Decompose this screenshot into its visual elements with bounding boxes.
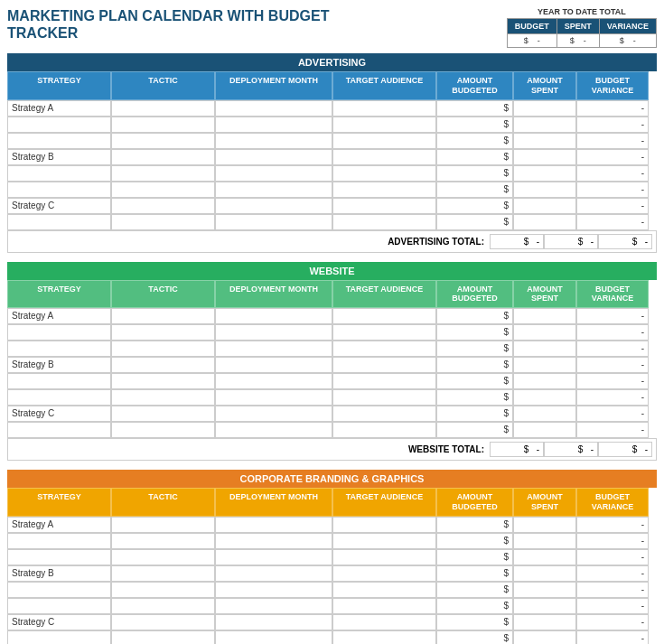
adv-b-deploy-3[interactable] <box>215 182 332 198</box>
corporate-col-headers: STRATEGY TACTIC DEPLOYMENT MONTH TARGET … <box>7 488 657 517</box>
website-total-label: WEBSITE TOTAL: <box>408 444 484 454</box>
adv-c-tactic-1[interactable] <box>111 198 215 214</box>
adv-c-deploy-1[interactable] <box>215 198 332 214</box>
ytd-label: YEAR TO DATE TOTAL <box>538 7 626 16</box>
adv-a-budgeted-3[interactable]: $ <box>436 133 513 149</box>
advertising-section: ADVERTISING STRATEGY TACTIC DEPLOYMENT M… <box>7 53 657 253</box>
table-row: Strategy C $ - <box>7 198 657 214</box>
corp-col-deployment: DEPLOYMENT MONTH <box>215 488 332 517</box>
adv-col-audience: TARGET AUDIENCE <box>332 71 436 100</box>
adv-strategy-a[interactable]: Strategy A <box>7 100 111 117</box>
table-row: $ - <box>7 133 657 149</box>
corp-strategy-b[interactable]: Strategy B <box>7 565 111 582</box>
adv-c-variance-1[interactable]: - <box>576 198 649 214</box>
adv-a-tactic-2[interactable] <box>111 117 215 133</box>
adv-b-spent-2[interactable] <box>513 165 576 182</box>
table-row: Strategy B $ - <box>7 565 657 582</box>
adv-b-audience-1[interactable] <box>332 149 436 165</box>
adv-b-deploy-2[interactable] <box>215 165 332 182</box>
adv-a-deploy-2[interactable] <box>215 117 332 133</box>
adv-a-variance-1[interactable]: - <box>576 100 649 117</box>
adv-c-spent-2[interactable] <box>513 214 576 230</box>
web-a-spent-1[interactable] <box>513 308 576 324</box>
web-strategy-b[interactable]: Strategy B <box>7 357 111 373</box>
adv-a-audience-2[interactable] <box>332 117 436 133</box>
adv-a-strategy-2[interactable] <box>7 117 111 133</box>
adv-a-deploy-1[interactable] <box>215 100 332 117</box>
adv-a-audience-1[interactable] <box>332 100 436 117</box>
adv-c-budgeted-2[interactable]: $ <box>436 214 513 230</box>
adv-b-tactic-1[interactable] <box>111 149 215 165</box>
adv-col-variance: BUDGET VARIANCE <box>576 71 649 100</box>
adv-a-spent-3[interactable] <box>513 133 576 149</box>
adv-a-tactic-3[interactable] <box>111 133 215 149</box>
adv-a-strategy-3[interactable] <box>7 133 111 149</box>
adv-b-audience-2[interactable] <box>332 165 436 182</box>
corp-col-strategy: STRATEGY <box>7 488 111 517</box>
web-total-spent: $ - <box>544 442 598 457</box>
adv-b-audience-3[interactable] <box>332 182 436 198</box>
ytd-variance-value: $ - <box>599 34 656 48</box>
web-total-budget: $ - <box>490 442 544 457</box>
adv-a-spent-1[interactable] <box>513 100 576 117</box>
table-row: $ - <box>7 549 657 565</box>
adv-b-budgeted-2[interactable]: $ <box>436 165 513 182</box>
table-row: $ - <box>7 582 657 598</box>
adv-a-audience-3[interactable] <box>332 133 436 149</box>
web-strategy-a[interactable]: Strategy A <box>7 308 111 324</box>
adv-a-variance-3[interactable]: - <box>576 133 649 149</box>
adv-total-spent: $ - <box>544 234 598 249</box>
adv-c-strategy-2[interactable] <box>7 214 111 230</box>
adv-b-spent-3[interactable] <box>513 182 576 198</box>
web-a-variance-1[interactable]: - <box>576 308 649 324</box>
adv-b-spent-1[interactable] <box>513 149 576 165</box>
ytd-table: BUDGET SPENT VARIANCE $ - $ - $ - <box>507 18 657 48</box>
adv-strategy-b[interactable]: Strategy B <box>7 149 111 165</box>
adv-a-budgeted-2[interactable]: $ <box>436 117 513 133</box>
adv-b-budgeted-3[interactable]: $ <box>436 182 513 198</box>
adv-col-budgeted: AMOUNT BUDGETED <box>436 71 513 100</box>
web-a-tactic-1[interactable] <box>111 308 215 324</box>
adv-c-spent-1[interactable] <box>513 198 576 214</box>
adv-a-deploy-3[interactable] <box>215 133 332 149</box>
page: MARKETING PLAN CALENDAR WITH BUDGET TRAC… <box>0 0 664 644</box>
adv-b-tactic-2[interactable] <box>111 165 215 182</box>
adv-b-variance-1[interactable]: - <box>576 149 649 165</box>
adv-b-variance-3[interactable]: - <box>576 182 649 198</box>
web-strategy-c[interactable]: Strategy C <box>7 406 111 422</box>
table-row: Strategy A $ - <box>7 517 657 533</box>
advertising-total-label: ADVERTISING TOTAL: <box>388 237 484 247</box>
adv-b-deploy-1[interactable] <box>215 149 332 165</box>
ytd-spent-value: $ - <box>556 34 599 48</box>
corp-strategy-a[interactable]: Strategy A <box>7 517 111 533</box>
corp-col-audience: TARGET AUDIENCE <box>332 488 436 517</box>
adv-a-spent-2[interactable] <box>513 117 576 133</box>
ytd-budget-header: BUDGET <box>507 19 556 34</box>
adv-c-audience-2[interactable] <box>332 214 436 230</box>
web-a-deploy-1[interactable] <box>215 308 332 324</box>
adv-a-budgeted-1[interactable]: $ <box>436 100 513 117</box>
table-row: Strategy B $ - <box>7 357 657 373</box>
adv-c-tactic-2[interactable] <box>111 214 215 230</box>
adv-a-tactic-1[interactable] <box>111 100 215 117</box>
adv-b-tactic-3[interactable] <box>111 182 215 198</box>
web-col-variance: BUDGET VARIANCE <box>576 280 649 309</box>
adv-c-deploy-2[interactable] <box>215 214 332 230</box>
adv-c-budgeted-1[interactable]: $ <box>436 198 513 214</box>
web-col-budgeted: AMOUNT BUDGETED <box>436 280 513 309</box>
corporate-section: CORPORATE BRANDING & GRAPHICS STRATEGY T… <box>7 470 657 644</box>
adv-c-audience-1[interactable] <box>332 198 436 214</box>
web-a-budgeted-1[interactable]: $ <box>436 308 513 324</box>
ytd-budget-value: $ - <box>507 34 556 48</box>
adv-b-variance-2[interactable]: - <box>576 165 649 182</box>
adv-c-variance-2[interactable]: - <box>576 214 649 230</box>
adv-b-strategy-3[interactable] <box>7 182 111 198</box>
adv-b-strategy-2[interactable] <box>7 165 111 182</box>
adv-a-variance-2[interactable]: - <box>576 117 649 133</box>
adv-strategy-c[interactable]: Strategy C <box>7 198 111 214</box>
web-a-audience-1[interactable] <box>332 308 436 324</box>
table-row: $ - <box>7 630 657 644</box>
adv-b-budgeted-1[interactable]: $ <box>436 149 513 165</box>
table-row: Strategy A $ - <box>7 100 657 117</box>
corp-strategy-c[interactable]: Strategy C <box>7 614 111 630</box>
